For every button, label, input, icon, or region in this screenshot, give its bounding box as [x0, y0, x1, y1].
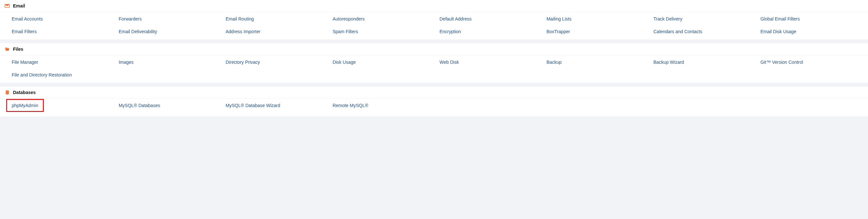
- link-images[interactable]: Images: [119, 59, 133, 65]
- link-email-disk-usage[interactable]: Email Disk Usage: [761, 29, 796, 35]
- link-email-routing[interactable]: Email Routing: [226, 16, 254, 22]
- link-mailing-lists[interactable]: Mailing Lists: [547, 16, 571, 22]
- link-directory-privacy[interactable]: Directory Privacy: [226, 59, 260, 65]
- link-disk-usage[interactable]: Disk Usage: [333, 59, 356, 65]
- panel-header-databases: Databases: [0, 87, 868, 99]
- item-encryption: Encryption: [440, 29, 542, 35]
- item-calendars-and-contacts: Calendars and Contacts: [653, 29, 756, 35]
- link-global-email-filters[interactable]: Global Email Filters: [761, 16, 800, 22]
- panel-body-databases: phpMyAdmin MySQL® Databases MySQL® Datab…: [0, 99, 868, 117]
- link-address-importer[interactable]: Address Importer: [226, 29, 260, 35]
- item-boxtrapper: BoxTrapper: [547, 29, 649, 35]
- item-address-importer: Address Importer: [226, 29, 329, 35]
- envelope-icon: [4, 3, 10, 8]
- link-autoresponders[interactable]: Autoresponders: [333, 16, 365, 22]
- panel-body-email: Email Accounts Forwarders Email Routing …: [0, 12, 868, 39]
- database-icon: [4, 90, 10, 95]
- item-email-accounts: Email Accounts: [12, 16, 115, 22]
- link-track-delivery[interactable]: Track Delivery: [653, 16, 682, 22]
- item-email-disk-usage: Email Disk Usage: [761, 29, 864, 35]
- link-file-and-directory-restoration[interactable]: File and Directory Restoration: [12, 72, 72, 78]
- link-backup[interactable]: Backup: [547, 59, 562, 65]
- item-mysql-database-wizard: MySQL® Database Wizard: [226, 103, 329, 112]
- item-directory-privacy: Directory Privacy: [226, 59, 329, 65]
- panel-header-email: Email: [0, 0, 868, 12]
- link-email-filters[interactable]: Email Filters: [12, 29, 37, 35]
- item-git-version-control: Git™ Version Control: [761, 59, 864, 65]
- item-mysql-databases: MySQL® Databases: [119, 103, 221, 112]
- link-remote-mysql[interactable]: Remote MySQL®: [333, 103, 368, 109]
- item-forwarders: Forwarders: [119, 16, 221, 22]
- item-phpmyadmin: phpMyAdmin: [12, 103, 115, 112]
- link-default-address[interactable]: Default Address: [440, 16, 472, 22]
- link-calendars-and-contacts[interactable]: Calendars and Contacts: [653, 29, 702, 35]
- panel-email: Email Email Accounts Forwarders Email Ro…: [0, 0, 868, 39]
- item-email-routing: Email Routing: [226, 16, 329, 22]
- panel-body-files: File Manager Images Directory Privacy Di…: [0, 55, 868, 83]
- item-backup-wizard: Backup Wizard: [653, 59, 756, 65]
- item-default-address: Default Address: [440, 16, 542, 22]
- panel-title-databases: Databases: [13, 90, 36, 95]
- link-mysql-databases[interactable]: MySQL® Databases: [119, 103, 160, 109]
- link-file-manager[interactable]: File Manager: [12, 59, 38, 65]
- highlight-box: phpMyAdmin: [6, 99, 44, 112]
- link-phpmyadmin[interactable]: phpMyAdmin: [12, 103, 38, 109]
- panel-title-files: Files: [13, 47, 23, 52]
- panel-files: Files File Manager Images Directory Priv…: [0, 43, 868, 83]
- folder-open-icon: [4, 47, 10, 52]
- item-images: Images: [119, 59, 221, 65]
- item-email-filters: Email Filters: [12, 29, 115, 35]
- item-file-manager: File Manager: [12, 59, 115, 65]
- link-spam-filters[interactable]: Spam Filters: [333, 29, 358, 35]
- panel-header-files: Files: [0, 43, 868, 55]
- link-forwarders[interactable]: Forwarders: [119, 16, 142, 22]
- link-email-accounts[interactable]: Email Accounts: [12, 16, 43, 22]
- panel-databases: Databases phpMyAdmin MySQL® Databases My…: [0, 87, 868, 117]
- link-backup-wizard[interactable]: Backup Wizard: [653, 59, 684, 65]
- item-email-deliverability: Email Deliverability: [119, 29, 221, 35]
- item-global-email-filters: Global Email Filters: [761, 16, 864, 22]
- item-track-delivery: Track Delivery: [653, 16, 756, 22]
- link-boxtrapper[interactable]: BoxTrapper: [547, 29, 570, 35]
- link-web-disk[interactable]: Web Disk: [440, 59, 459, 65]
- panel-title-email: Email: [13, 3, 25, 8]
- link-git-version-control[interactable]: Git™ Version Control: [761, 59, 803, 65]
- item-autoresponders: Autoresponders: [333, 16, 435, 22]
- item-mailing-lists: Mailing Lists: [547, 16, 649, 22]
- item-backup: Backup: [547, 59, 649, 65]
- item-web-disk: Web Disk: [440, 59, 542, 65]
- item-disk-usage: Disk Usage: [333, 59, 435, 65]
- link-email-deliverability[interactable]: Email Deliverability: [119, 29, 157, 35]
- link-mysql-database-wizard[interactable]: MySQL® Database Wizard: [226, 103, 280, 109]
- link-encryption[interactable]: Encryption: [440, 29, 461, 35]
- item-remote-mysql: Remote MySQL®: [333, 103, 435, 112]
- item-file-and-directory-restoration: File and Directory Restoration: [12, 72, 115, 78]
- item-spam-filters: Spam Filters: [333, 29, 435, 35]
